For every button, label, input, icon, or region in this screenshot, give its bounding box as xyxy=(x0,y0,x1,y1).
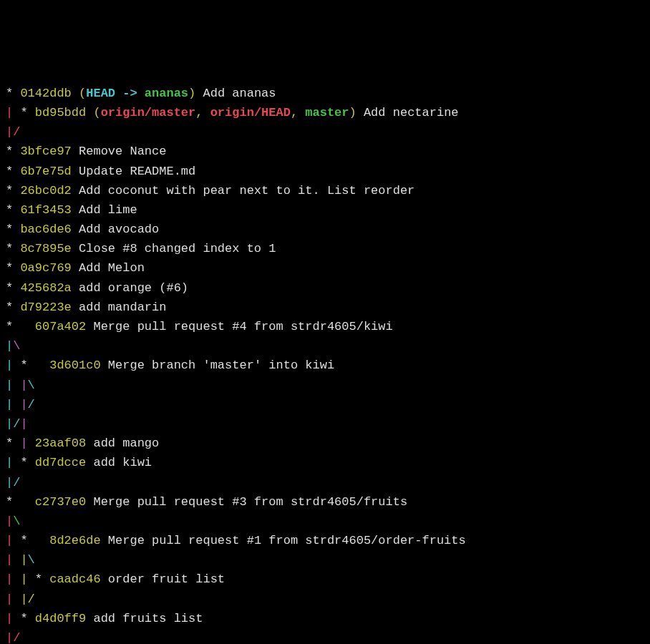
git-log-segment: ) xyxy=(188,87,195,100)
git-log-segment: | xyxy=(6,476,13,489)
git-log-segment: | xyxy=(6,612,13,625)
git-log-segment: * xyxy=(13,358,49,372)
git-log-segment: ananas xyxy=(145,87,188,100)
git-log-segment: c2737e0 xyxy=(35,495,86,509)
git-log-segment: caadc46 xyxy=(49,572,100,586)
git-log-segment: * xyxy=(6,301,20,314)
git-log-segment: * xyxy=(6,203,20,217)
git-log-segment xyxy=(13,572,20,586)
git-log-segment: \ xyxy=(28,379,35,392)
git-log-segment: * xyxy=(6,145,20,158)
git-log-segment: , xyxy=(291,106,305,119)
git-log-segment xyxy=(13,398,20,411)
git-log-segment: / xyxy=(13,631,20,644)
git-log-segment: | xyxy=(6,339,13,353)
git-log-line: | * d4d0ff9 add fruits list xyxy=(6,609,644,628)
git-log-line: |/ xyxy=(6,122,644,142)
git-log-segment: d4d0ff9 xyxy=(35,612,86,625)
git-log-line: | |/ xyxy=(6,590,644,609)
git-log-segment: * xyxy=(6,87,20,100)
git-log-line: |/ xyxy=(6,473,644,492)
git-log-segment: | xyxy=(20,592,27,606)
git-log-line: * 0a9c769 Add Melon xyxy=(6,258,644,278)
git-log-segment: Add Melon xyxy=(72,261,145,275)
git-log-segment: 0142ddb xyxy=(20,87,79,100)
git-log-segment: / xyxy=(28,592,35,606)
git-log-segment: Merge pull request #1 from strdr4605/ord… xyxy=(101,534,466,547)
git-log-line: * 26bc0d2 Add coconut with pear next to … xyxy=(6,181,644,200)
git-log-segment: 23aaf08 xyxy=(35,436,86,450)
git-log-graph: * 0142ddb (HEAD -> ananas) Add ananas| *… xyxy=(6,84,644,644)
git-log-segment: 3d601c0 xyxy=(49,358,100,372)
git-log-segment: Remove Nance xyxy=(72,145,167,158)
git-log-segment: | xyxy=(6,456,13,469)
git-log-segment: 61f3453 xyxy=(20,203,71,217)
git-log-segment: Merge pull request #3 from strdr4605/fru… xyxy=(86,495,407,509)
git-log-segment: HEAD -> xyxy=(86,87,145,100)
git-log-segment: * xyxy=(13,456,35,469)
git-log-segment: add fruits list xyxy=(86,612,203,625)
git-log-segment: | xyxy=(6,631,13,644)
git-log-segment: | xyxy=(20,417,27,431)
git-log-segment: / xyxy=(13,417,20,431)
git-log-segment: * xyxy=(6,223,20,236)
git-log-line: |\ xyxy=(6,336,644,356)
git-log-segment: | xyxy=(6,553,13,567)
git-log-segment: bd95bdd xyxy=(35,106,94,119)
git-log-segment xyxy=(28,436,35,450)
git-log-segment: | xyxy=(6,534,13,547)
git-log-segment: dd7dcce xyxy=(35,456,86,469)
git-log-line: * bac6de6 Add avocado xyxy=(6,220,644,239)
git-log-line: | * 8d2e6de Merge pull request #1 from s… xyxy=(6,531,644,550)
git-log-segment: 26bc0d2 xyxy=(20,184,71,197)
git-log-line: * | 23aaf08 add mango xyxy=(6,434,644,453)
git-log-line: | | * caadc46 order fruit list xyxy=(6,570,644,589)
git-log-segment: | xyxy=(6,125,13,139)
git-log-line: | |\ xyxy=(6,550,644,570)
git-log-segment: | xyxy=(20,572,27,586)
git-log-segment: * xyxy=(13,612,35,625)
git-log-segment: / xyxy=(13,476,20,489)
git-log-segment: Merge pull request #4 from strdr4605/kiw… xyxy=(86,320,392,333)
git-log-segment: | xyxy=(6,106,13,119)
git-log-segment: add orange (#6) xyxy=(72,281,188,295)
git-log-segment: d79223e xyxy=(20,301,71,314)
git-log-segment: | xyxy=(6,592,13,606)
git-log-segment: * xyxy=(13,106,35,119)
git-log-segment: add mandarin xyxy=(72,301,167,314)
git-log-segment: ( xyxy=(93,106,100,119)
git-log-segment: Update README.md xyxy=(72,165,195,178)
git-log-segment: 8c7895e xyxy=(20,242,71,255)
git-log-segment: / xyxy=(13,125,20,139)
git-log-segment: order fruit list xyxy=(101,572,225,586)
git-log-line: * 61f3453 Add lime xyxy=(6,200,644,220)
git-log-segment: bac6de6 xyxy=(20,223,71,236)
git-log-line: | * dd7dcce add kiwi xyxy=(6,453,644,472)
git-log-segment: | xyxy=(6,417,13,431)
git-log-line: * 0142ddb (HEAD -> ananas) Add ananas xyxy=(6,84,644,103)
git-log-segment: 0a9c769 xyxy=(20,261,71,275)
git-log-segment: 3bfce97 xyxy=(20,145,71,158)
git-log-line: |/ xyxy=(6,628,644,644)
git-log-segment: 425682a xyxy=(20,281,71,295)
git-log-segment: 607a402 xyxy=(35,320,86,333)
git-log-segment xyxy=(13,379,20,392)
git-log-segment: * xyxy=(6,320,35,333)
git-log-segment: | xyxy=(20,379,27,392)
git-log-segment: Add ananas xyxy=(195,87,276,100)
git-log-segment: , xyxy=(195,106,210,119)
git-log-segment: Add lime xyxy=(72,203,137,217)
git-log-segment: \ xyxy=(28,553,35,567)
git-log-segment: * xyxy=(6,261,20,275)
git-log-segment: * xyxy=(6,184,20,197)
git-log-segment: / xyxy=(28,398,35,411)
git-log-line: | * bd95bdd (origin/master, origin/HEAD,… xyxy=(6,103,644,122)
git-log-line: | * 3d601c0 Merge branch 'master' into k… xyxy=(6,356,644,375)
git-log-segment: * xyxy=(13,534,49,547)
git-log-segment: ( xyxy=(79,87,86,100)
git-log-segment: | xyxy=(6,398,13,411)
git-log-segment: origin/HEAD xyxy=(210,106,291,119)
git-log-line: * 607a402 Merge pull request #4 from str… xyxy=(6,317,644,336)
git-log-line: * c2737e0 Merge pull request #3 from str… xyxy=(6,492,644,512)
git-log-line: |\ xyxy=(6,512,644,531)
